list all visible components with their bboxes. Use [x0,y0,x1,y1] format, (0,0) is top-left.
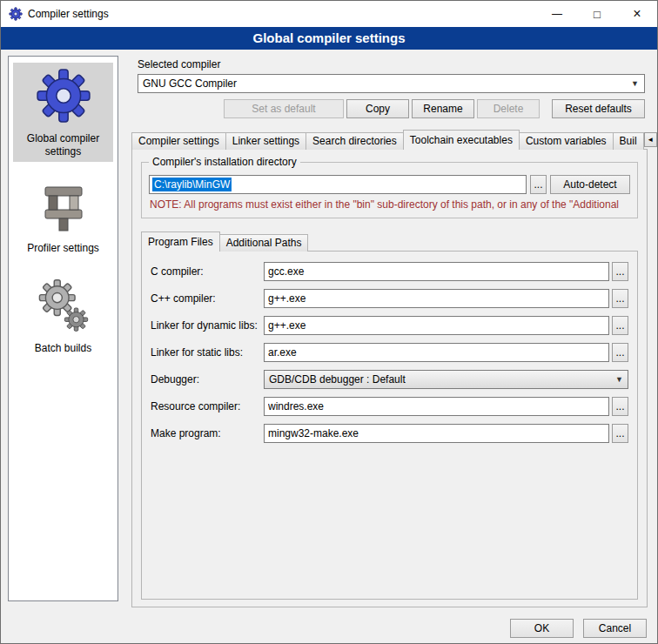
subtab-additional-paths[interactable]: Additional Paths [219,234,309,252]
tab-linker-settings[interactable]: Linker settings [225,132,306,150]
tab-scroll-left-icon[interactable]: ◄ [644,132,657,147]
sidebar-item-label: Global compiler settings [27,132,99,158]
window-controls: — □ × [537,1,657,27]
minimize-button[interactable]: — [537,1,577,27]
program-files-tab-bar: Program Files Additional Paths [139,231,640,252]
ok-button[interactable]: OK [510,619,574,638]
make-program-browse-button[interactable]: ... [612,424,628,443]
maximize-button[interactable]: □ [577,1,617,27]
cpp-compiler-row: C++ compiler: ... [151,289,628,308]
installation-directory-group-title: Compiler's installation directory [149,156,300,168]
make-program-row: Make program: ... [151,424,628,443]
window-icon [9,7,23,21]
close-button[interactable]: × [617,1,657,27]
tab-custom-variables[interactable]: Custom variables [519,132,614,150]
chevron-down-icon: ▼ [615,375,623,384]
compiler-settings-dialog: Compiler settings — □ × Global compiler … [0,0,658,644]
sidebar-item-label: Batch builds [35,342,91,354]
static-linker-browse-button[interactable]: ... [612,343,628,362]
dynamic-linker-label: Linker for dynamic libs: [151,319,264,332]
cpp-compiler-label: C++ compiler: [151,292,264,305]
window-title: Compiler settings [28,8,109,20]
tab-search-directories[interactable]: Search directories [306,132,404,150]
title-bar: Compiler settings — □ × [1,1,657,27]
installation-directory-selected-text: C:\raylib\MinGW [152,178,232,191]
debugger-label: Debugger: [151,373,264,386]
selected-compiler-label: Selected compiler [138,58,220,70]
tab-toolchain-executables[interactable]: Toolchain executables [403,130,520,150]
subtab-program-files[interactable]: Program Files [141,231,220,252]
clamp-tool-icon [15,180,111,237]
program-files-panel: C compiler: ... C++ compiler: ... Linker… [141,251,638,600]
dynamic-linker-row: Linker for dynamic libs: ... [151,316,628,335]
resource-compiler-browse-button[interactable]: ... [612,397,628,416]
cancel-button[interactable]: Cancel [583,619,647,638]
resource-compiler-input[interactable] [264,397,609,416]
copy-button[interactable]: Copy [346,99,409,118]
selected-compiler-value: GNU GCC Compiler [143,77,237,90]
rename-button[interactable]: Rename [412,99,474,118]
c-compiler-label: C compiler: [151,265,264,278]
static-linker-row: Linker for static libs: ... [151,343,628,362]
dialog-banner-title: Global compiler settings [1,27,657,50]
tab-bar: Compiler settings Linker settings Search… [131,130,648,150]
tab-build-options-truncated[interactable]: Buil [613,132,644,150]
debugger-selected-value: GDB/CDB debugger : Default [269,373,406,386]
cpp-compiler-input[interactable] [264,289,609,308]
set-as-default-button[interactable]: Set as default [224,99,344,118]
installation-directory-group: Compiler's installation directory C:\ray… [141,162,638,218]
installation-directory-row: C:\raylib\MinGW ... Auto-detect [149,175,630,194]
installation-directory-input[interactable]: C:\raylib\MinGW [149,175,527,194]
tab-scroll-arrows: ◄ ► [644,132,658,147]
sidebar-item-label: Profiler settings [27,242,99,254]
reset-defaults-button[interactable]: Reset defaults [552,99,645,118]
resource-compiler-label: Resource compiler: [151,400,264,413]
gray-gears-icon [15,277,111,337]
make-program-label: Make program: [151,427,264,439]
sidebar-item-profiler-settings[interactable]: Profiler settings [13,176,113,258]
static-linker-input[interactable] [264,343,609,362]
debugger-row: Debugger: GDB/CDB debugger : Default ▼ [151,370,628,389]
make-program-input[interactable] [264,424,609,443]
dynamic-linker-input[interactable] [264,316,609,335]
resource-compiler-row: Resource compiler: ... [151,397,628,416]
static-linker-label: Linker for static libs: [151,346,264,359]
tab-compiler-settings[interactable]: Compiler settings [131,132,226,150]
delete-button[interactable]: Delete [477,99,540,118]
chevron-down-icon: ▼ [631,79,640,88]
sidebar-item-batch-builds[interactable]: Batch builds [13,272,113,359]
c-compiler-input[interactable] [264,262,609,281]
settings-category-list: Global compiler settings Profiler settin… [8,56,118,601]
sidebar-item-global-compiler-settings[interactable]: Global compiler settings [13,63,113,162]
blue-gear-icon [15,67,111,127]
c-compiler-row: C compiler: ... [151,262,628,281]
compiler-action-buttons: Set as default Copy Rename Delete Reset … [138,99,645,118]
cpp-compiler-browse-button[interactable]: ... [612,289,628,308]
auto-detect-button[interactable]: Auto-detect [550,175,630,194]
c-compiler-browse-button[interactable]: ... [612,262,628,281]
main-panel: Selected compiler GNU GCC Compiler ▼ Set… [127,56,652,607]
selected-compiler-dropdown[interactable]: GNU GCC Compiler ▼ [138,74,645,93]
toolchain-executables-panel: Compiler's installation directory C:\ray… [131,149,648,607]
installation-directory-browse-button[interactable]: ... [530,175,547,194]
dynamic-linker-browse-button[interactable]: ... [612,316,628,335]
bin-subdirectory-note: NOTE: All programs must exist either in … [150,198,629,211]
debugger-select[interactable]: GDB/CDB debugger : Default ▼ [264,370,628,389]
